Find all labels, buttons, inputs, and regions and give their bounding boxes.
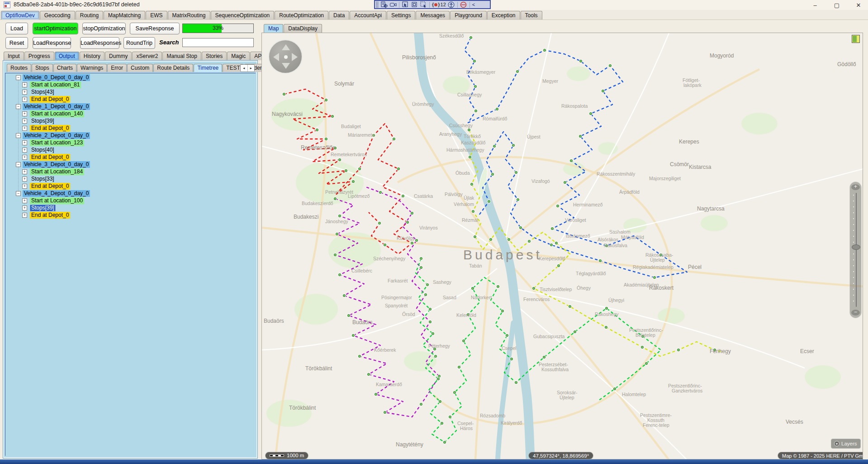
subtab-route-details[interactable]: Route Details bbox=[153, 64, 193, 72]
pan-center-dot[interactable] bbox=[284, 55, 288, 59]
map-tab-datadisplay[interactable]: DataDisplay bbox=[284, 24, 322, 33]
element-inspector-icon[interactable] bbox=[380, 1, 388, 8]
minimize-button[interactable]: – bbox=[810, 2, 820, 9]
map-view[interactable]: BudapestSzékesdűlőPilisborosjenőMogyoród… bbox=[261, 33, 863, 459]
tab-stories[interactable]: Stories bbox=[202, 52, 227, 60]
pan-right-arrow-icon[interactable] bbox=[292, 53, 298, 61]
load-button[interactable]: Load bbox=[5, 23, 28, 34]
stop-blocked-icon[interactable] bbox=[460, 1, 467, 8]
menu-tab-routeoptimization[interactable]: RouteOptimization bbox=[275, 11, 328, 19]
save-response-button[interactable]: SaveResponse bbox=[130, 23, 180, 34]
tree-node-vehicle-0-depot-0-day-0[interactable]: Vehicle_0_Depot_0_day_0 bbox=[23, 74, 90, 81]
tree-expand-icon[interactable]: + bbox=[22, 97, 27, 102]
tree-expand-icon[interactable]: + bbox=[22, 155, 27, 160]
pan-up-arrow-icon[interactable] bbox=[282, 44, 290, 50]
tree-node-stops-43[interactable]: Stops[43] bbox=[30, 89, 56, 96]
pan-left-arrow-icon[interactable] bbox=[273, 53, 279, 61]
subtab-charts[interactable]: Charts bbox=[53, 64, 76, 72]
tab-manual-stop[interactable]: Manual Stop bbox=[162, 52, 201, 60]
menu-tab-settings[interactable]: Settings bbox=[387, 11, 415, 19]
tree-expand-icon[interactable]: + bbox=[22, 198, 27, 203]
select-region-icon[interactable] bbox=[420, 1, 427, 8]
pan-down-arrow-icon[interactable] bbox=[282, 63, 290, 69]
tab-progress[interactable]: Progress bbox=[24, 52, 54, 60]
tab-scroll-right-button[interactable]: ► bbox=[248, 65, 255, 72]
tree-node-vehicle-4-depot-0-day-0[interactable]: Vehicle_4_Depot_0_day_0 bbox=[23, 190, 90, 197]
hot-reload-counter[interactable]: {} 12 bbox=[432, 2, 446, 7]
tree-node-vehicle-1-depot-0-day-0[interactable]: Vehicle_1_Depot_0_day_0 bbox=[23, 103, 90, 110]
reset-button[interactable]: Reset bbox=[5, 37, 28, 49]
menu-tab-playground[interactable]: Playground bbox=[450, 11, 487, 19]
zoom-out-button[interactable]: − bbox=[851, 310, 860, 316]
map-zoom-slider[interactable]: + − bbox=[849, 182, 862, 318]
tree-node-end-at-depot-0[interactable]: End at Depot_0 bbox=[30, 183, 70, 190]
tree-expand-icon[interactable]: + bbox=[22, 184, 27, 189]
tree-expand-icon[interactable]: + bbox=[22, 90, 27, 95]
tree-collapse-icon[interactable]: − bbox=[16, 104, 21, 109]
layers-button[interactable]: ▼ Layers bbox=[831, 439, 861, 449]
subtab-timetree[interactable]: Timetree bbox=[194, 64, 222, 72]
tree-collapse-icon[interactable]: − bbox=[16, 162, 21, 167]
toolbar-grip-icon[interactable] bbox=[376, 1, 379, 8]
menu-tab-exception[interactable]: Exception bbox=[487, 11, 520, 19]
map-pan-control[interactable] bbox=[268, 39, 303, 74]
tree-expand-icon[interactable]: + bbox=[22, 140, 27, 145]
tree-node-start-at-location-123[interactable]: Start at Location_123 bbox=[30, 139, 84, 146]
tree-collapse-icon[interactable]: − bbox=[16, 133, 21, 138]
tree-node-vehicle-2-depot-0-day-0[interactable]: Vehicle_2_Depot_0_day_0 bbox=[23, 132, 90, 139]
subtab-custom[interactable]: Custom bbox=[127, 64, 153, 72]
tab-history[interactable]: History bbox=[80, 52, 104, 60]
menu-tab-accountapi[interactable]: AccountApi bbox=[350, 11, 386, 19]
close-button[interactable]: ✕ bbox=[854, 2, 863, 9]
tree-node-start-at-location-184[interactable]: Start at Location_184 bbox=[30, 168, 84, 175]
menu-tab-geocoding[interactable]: Geocoding bbox=[40, 11, 75, 19]
tree-expand-icon[interactable]: + bbox=[22, 82, 27, 87]
tree-node-end-at-depot-0[interactable]: End at Depot_0 bbox=[30, 96, 70, 103]
tab-output[interactable]: Output bbox=[55, 52, 79, 60]
tree-node-end-at-depot-0[interactable]: End at Depot_0 bbox=[30, 212, 70, 219]
tree-expand-icon[interactable]: + bbox=[22, 169, 27, 174]
accessibility-icon[interactable] bbox=[448, 1, 455, 8]
load-response-button[interactable]: LoadResponse bbox=[33, 37, 71, 49]
tree-collapse-icon[interactable]: − bbox=[16, 191, 21, 196]
stop-optimization-button[interactable]: stopOptimization bbox=[82, 23, 126, 34]
select-element-icon[interactable] bbox=[402, 1, 409, 8]
menu-tab-ews[interactable]: EWS bbox=[146, 11, 167, 19]
map-tab-map[interactable]: Map bbox=[264, 24, 283, 33]
round-trip-button[interactable]: RoundTrip bbox=[123, 37, 155, 49]
tree-node-vehicle-3-depot-0-day-0[interactable]: Vehicle_3_Depot_0_day_0 bbox=[23, 161, 90, 168]
tree-expand-icon[interactable]: + bbox=[22, 111, 27, 116]
menu-tab-data[interactable]: Data bbox=[329, 11, 349, 19]
tree-expand-icon[interactable]: + bbox=[22, 126, 27, 131]
tree-expand-icon[interactable]: + bbox=[22, 177, 27, 182]
tab-scroll-left-button[interactable]: ◄ bbox=[241, 65, 248, 72]
tree-node-stops-33[interactable]: Stops[33] bbox=[30, 176, 56, 182]
search-input[interactable] bbox=[182, 38, 254, 47]
tab-magic[interactable]: Magic bbox=[227, 52, 250, 60]
subtab-warnings[interactable]: Warnings bbox=[77, 64, 107, 72]
menu-tab-messages[interactable]: Messages bbox=[416, 11, 450, 19]
tab-xserver2[interactable]: xServer2 bbox=[132, 52, 162, 60]
tree-node-stops-40[interactable]: Stops[40] bbox=[30, 147, 56, 153]
tree-expand-icon[interactable]: + bbox=[22, 206, 27, 210]
tree-node-start-at-location-140[interactable]: Start at Location_140 bbox=[30, 110, 84, 117]
menu-tab-matrixrouting[interactable]: MatrixRouting bbox=[168, 11, 210, 19]
menu-tab-sequenceoptimization[interactable]: SequenceOptimization bbox=[211, 11, 275, 19]
display-layout-icon[interactable] bbox=[411, 1, 418, 8]
start-optimization-button[interactable]: startOptimization bbox=[33, 23, 78, 34]
zoom-in-button[interactable]: + bbox=[851, 184, 860, 190]
tree-expand-icon[interactable]: + bbox=[22, 148, 27, 153]
tree-node-stops-39[interactable]: Stops[39] bbox=[30, 118, 56, 124]
menu-tab-mapmatching[interactable]: MapMatching bbox=[104, 11, 145, 19]
subtab-error[interactable]: Error bbox=[107, 64, 127, 72]
tab-dummy[interactable]: Dummy bbox=[105, 52, 132, 60]
menu-tab-tools[interactable]: Tools bbox=[521, 11, 542, 19]
tree-node-start-at-location-81[interactable]: Start at Location_81 bbox=[30, 81, 81, 88]
subtab-routes[interactable]: Routes bbox=[7, 64, 31, 72]
chevron-left-icon[interactable]: < bbox=[472, 2, 475, 7]
tree-node-start-at-location-100[interactable]: Start at Location_100 bbox=[30, 197, 84, 204]
tree-expand-icon[interactable]: + bbox=[22, 119, 27, 124]
tree-expand-icon[interactable]: + bbox=[22, 213, 27, 218]
menu-tab-routing[interactable]: Routing bbox=[76, 11, 103, 19]
menu-tab-optiflowdev[interactable]: OptiflowDev bbox=[1, 11, 39, 19]
